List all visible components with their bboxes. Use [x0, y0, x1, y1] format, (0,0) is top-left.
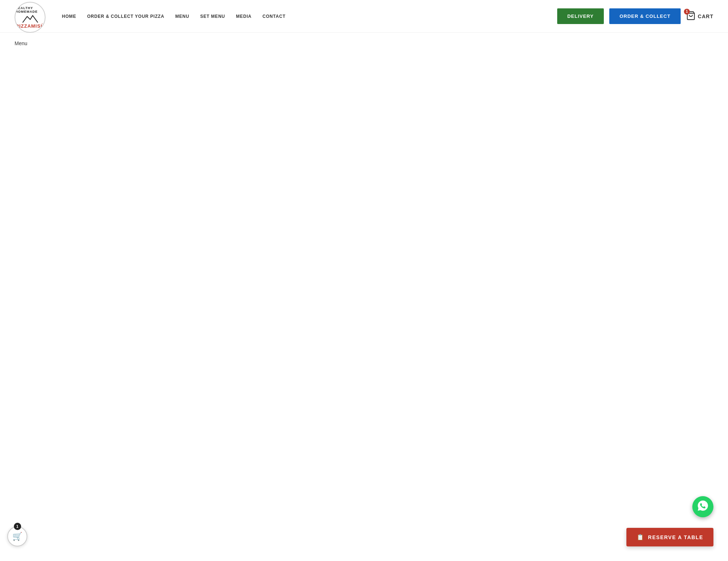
cart-float-badge: 1 [14, 523, 21, 530]
cart-link[interactable]: 1 CART [686, 11, 713, 22]
nav-media[interactable]: MEDIA [236, 14, 252, 19]
cart-badge: 1 [684, 9, 690, 15]
nav-order-collect[interactable]: ORDER & COLLECT YOUR PIZZA [87, 14, 164, 19]
logo-mountain-icon [21, 13, 39, 24]
reserve-table-icon: 📋 [637, 534, 645, 541]
logo-brand-text: PIZZAMISÙ [16, 24, 44, 28]
order-collect-button[interactable]: ORDER & COLLECT [609, 8, 681, 24]
reserve-table-button[interactable]: 📋 RESERVE A TABLE [626, 528, 713, 546]
main-nav: HOME ORDER & COLLECT YOUR PIZZA MENU SET… [62, 14, 557, 19]
whatsapp-icon [697, 500, 709, 514]
nav-home[interactable]: HOME [62, 14, 76, 19]
delivery-button[interactable]: DELIVERY [557, 8, 604, 24]
whatsapp-button[interactable] [692, 496, 713, 517]
nav-set-menu[interactable]: SET MENU [200, 14, 225, 19]
nav-contact[interactable]: CONTACT [263, 14, 286, 19]
cart-icon-wrapper: 1 [686, 11, 696, 22]
cart-float[interactable]: 1 🛒 [7, 523, 27, 546]
reserve-table-label: RESERVE A TABLE [648, 534, 703, 540]
nav-menu[interactable]: MENU [175, 14, 189, 19]
main-content: Menu [0, 33, 728, 54]
site-header: Healthy Homemade PIZZAMISÙ HOME ORDER & … [0, 0, 728, 33]
cart-float-icon: 🛒 [12, 532, 22, 541]
header-actions: DELIVERY ORDER & COLLECT 1 CART [557, 8, 713, 24]
breadcrumb: Menu [15, 40, 27, 46]
logo[interactable]: Healthy Homemade PIZZAMISÙ [15, 2, 47, 31]
cart-label: CART [698, 13, 713, 19]
logo-top-text: Healthy Homemade [15, 6, 45, 13]
